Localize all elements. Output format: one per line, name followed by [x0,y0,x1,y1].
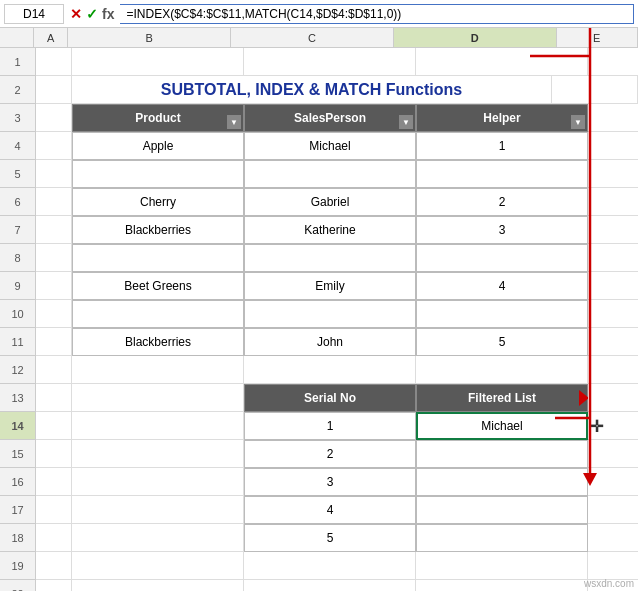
cell-b14[interactable] [72,412,244,440]
header-serial-no[interactable]: Serial No [244,384,416,412]
cell-a3[interactable] [36,104,72,132]
cell-a2[interactable] [36,76,72,104]
cell-a11[interactable] [36,328,72,356]
cell-d9[interactable]: 4 [416,272,588,300]
cell-e6[interactable] [588,188,638,216]
cell-e13[interactable] [588,384,638,412]
fx-icon[interactable]: fx [102,6,114,22]
cell-c10[interactable] [244,300,416,328]
cell-d17[interactable] [416,496,588,524]
cell-d11[interactable]: 5 [416,328,588,356]
cell-e11[interactable] [588,328,638,356]
cell-d6[interactable]: 2 [416,188,588,216]
cell-a16[interactable] [36,468,72,496]
cell-a15[interactable] [36,440,72,468]
cell-b18[interactable] [72,524,244,552]
cell-b6[interactable]: Cherry [72,188,244,216]
cell-c17[interactable]: 4 [244,496,416,524]
col-header-a[interactable]: A [34,28,68,47]
cell-e17[interactable] [588,496,638,524]
cell-a14[interactable] [36,412,72,440]
cell-d10[interactable] [416,300,588,328]
confirm-formula-icon[interactable]: ✓ [86,6,98,22]
cell-a10[interactable] [36,300,72,328]
cell-c7[interactable]: Katherine [244,216,416,244]
cell-a4[interactable] [36,132,72,160]
cell-e8[interactable] [588,244,638,272]
cell-a12[interactable] [36,356,72,384]
cell-a5[interactable] [36,160,72,188]
cell-c20[interactable] [244,580,416,591]
col-header-b[interactable]: B [68,28,231,47]
cell-c11[interactable]: John [244,328,416,356]
filter-icon-helper[interactable]: ▼ [571,115,585,129]
cell-b19[interactable] [72,552,244,580]
cell-d14[interactable]: Michael [416,412,588,440]
cell-a6[interactable] [36,188,72,216]
cell-e10[interactable] [588,300,638,328]
cell-c12[interactable] [244,356,416,384]
cell-c18[interactable]: 5 [244,524,416,552]
cell-a7[interactable] [36,216,72,244]
cell-d16[interactable] [416,468,588,496]
header-salesperson[interactable]: SalesPerson ▼ [244,104,416,132]
cell-b10[interactable] [72,300,244,328]
cell-c14[interactable]: 1 [244,412,416,440]
cell-b9[interactable]: Beet Greens [72,272,244,300]
col-header-e[interactable]: E [557,28,638,47]
cell-e9[interactable] [588,272,638,300]
cell-c19[interactable] [244,552,416,580]
cell-c16[interactable]: 3 [244,468,416,496]
cell-c15[interactable]: 2 [244,440,416,468]
cell-d19[interactable] [416,552,588,580]
header-helper[interactable]: Helper ▼ [416,104,588,132]
cell-e5[interactable] [588,160,638,188]
cell-c9[interactable]: Emily [244,272,416,300]
cell-b11[interactable]: Blackberries [72,328,244,356]
filter-icon-product[interactable]: ▼ [227,115,241,129]
cell-reference[interactable] [4,4,64,24]
header-product[interactable]: Product ▼ [72,104,244,132]
cell-e18[interactable] [588,524,638,552]
cell-a17[interactable] [36,496,72,524]
cell-b8[interactable] [72,244,244,272]
cell-b4[interactable]: Apple [72,132,244,160]
cancel-formula-icon[interactable]: ✕ [70,6,82,22]
cell-e14[interactable]: ✛ [588,412,638,440]
cell-b13[interactable] [72,384,244,412]
cell-d5[interactable] [416,160,588,188]
title-cell[interactable]: SUBTOTAL, INDEX & MATCH Functions [72,76,552,104]
cell-a9[interactable] [36,272,72,300]
cell-d7[interactable]: 3 [416,216,588,244]
cell-d18[interactable] [416,524,588,552]
cell-d4[interactable]: 1 [416,132,588,160]
cell-b17[interactable] [72,496,244,524]
cell-a19[interactable] [36,552,72,580]
filter-icon-salesperson[interactable]: ▼ [399,115,413,129]
cell-d12[interactable] [416,356,588,384]
formula-input[interactable] [120,4,634,24]
cell-b1[interactable] [72,48,244,76]
cell-e3[interactable] [588,104,638,132]
cell-b15[interactable] [72,440,244,468]
col-header-c[interactable]: C [231,28,394,47]
cell-d20[interactable] [416,580,588,591]
cell-e7[interactable] [588,216,638,244]
cell-d1[interactable] [416,48,588,76]
cell-c6[interactable]: Gabriel [244,188,416,216]
cell-a13[interactable] [36,384,72,412]
cell-c5[interactable] [244,160,416,188]
cell-b12[interactable] [72,356,244,384]
cell-d15[interactable] [416,440,588,468]
cell-a20[interactable] [36,580,72,591]
col-header-d[interactable]: D [394,28,557,47]
cell-c4[interactable]: Michael [244,132,416,160]
cell-e15[interactable] [588,440,638,468]
cell-b5[interactable] [72,160,244,188]
cell-c1[interactable] [244,48,416,76]
cell-b20[interactable] [72,580,244,591]
cell-e1[interactable] [588,48,638,76]
cell-e16[interactable] [588,468,638,496]
cell-e2[interactable] [552,76,638,104]
cell-e12[interactable] [588,356,638,384]
